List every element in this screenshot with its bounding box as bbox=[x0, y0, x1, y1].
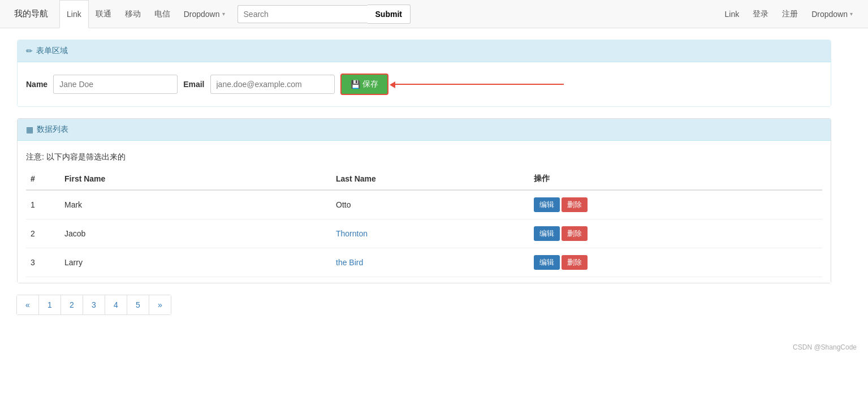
table-row: 3Larrythe Bird编辑删除 bbox=[26, 248, 822, 277]
form-panel-title: 表单区域 bbox=[36, 46, 68, 56]
cell-firstname: Larry bbox=[60, 248, 331, 277]
navbar: 我的导航 Link 联通 移动 电信 Dropdown ▾ Submit Lin… bbox=[0, 0, 868, 28]
nav-dropdown-label: Dropdown bbox=[184, 10, 220, 19]
arrow-annotation bbox=[394, 84, 564, 85]
nav-right-register[interactable]: 注册 bbox=[775, 0, 805, 28]
navbar-brand[interactable]: 我的导航 bbox=[8, 8, 54, 19]
page-prev[interactable]: « bbox=[16, 295, 39, 315]
col-header-firstname: First Name bbox=[60, 168, 331, 190]
table-panel-heading: ▦ 数据列表 bbox=[18, 119, 831, 141]
nav-right-dropdown-label: Dropdown bbox=[811, 10, 848, 19]
nav-item-label: 电信 bbox=[154, 9, 170, 19]
col-header-actions: 操作 bbox=[529, 168, 822, 190]
name-input[interactable] bbox=[53, 75, 178, 94]
cell-lastname: Thornton bbox=[331, 219, 529, 248]
save-button-label: 保存 bbox=[362, 79, 378, 89]
nav-right-login-label: 登录 bbox=[753, 9, 768, 19]
table-panel: ▦ 数据列表 注意: 以下内容是筛选出来的 # First Name Last … bbox=[17, 118, 831, 283]
nav-item-label: 移动 bbox=[125, 9, 141, 19]
navbar-search: Submit bbox=[237, 5, 411, 24]
cell-num: 3 bbox=[26, 248, 60, 277]
save-button-area: 💾 保存 bbox=[340, 74, 564, 95]
nav-right-register-label: 注册 bbox=[782, 9, 798, 19]
nav-item-label: 联通 bbox=[96, 9, 111, 19]
cell-lastname: the Bird bbox=[331, 248, 529, 277]
watermark-text: CSDN @ShangCode bbox=[793, 343, 857, 351]
pagination-list: « 1 2 3 4 5 » bbox=[17, 295, 171, 315]
page-2[interactable]: 2 bbox=[61, 295, 83, 315]
page-2-link[interactable]: 2 bbox=[61, 295, 83, 314]
page-3-link[interactable]: 3 bbox=[83, 295, 105, 314]
form-panel-body: Name Email 💾 保存 bbox=[18, 62, 831, 106]
page-next[interactable]: » bbox=[149, 295, 171, 315]
table-panel-title: 数据列表 bbox=[37, 124, 68, 135]
navbar-right: Link 登录 注册 Dropdown ▾ bbox=[718, 0, 860, 28]
nav-item-liantong[interactable]: 联通 bbox=[89, 0, 118, 28]
table-icon: ▦ bbox=[26, 125, 33, 134]
cell-num: 1 bbox=[26, 190, 60, 219]
chevron-down-icon: ▾ bbox=[850, 11, 853, 17]
nav-item-label: Link bbox=[67, 10, 81, 19]
cell-actions: 编辑删除 bbox=[529, 190, 822, 219]
page-5[interactable]: 5 bbox=[127, 295, 149, 315]
email-label: Email bbox=[183, 80, 204, 89]
submit-button[interactable]: Submit bbox=[368, 5, 411, 24]
table-panel-body: 注意: 以下内容是筛选出来的 # First Name Last Name 操作… bbox=[18, 141, 831, 283]
notice-text: 注意: 以下内容是筛选出来的 bbox=[26, 146, 822, 168]
pencil-icon: ✏ bbox=[26, 46, 33, 55]
col-header-num: # bbox=[26, 168, 60, 190]
pagination: « 1 2 3 4 5 » bbox=[17, 283, 831, 326]
nav-item-yidong[interactable]: 移动 bbox=[118, 0, 148, 28]
delete-button[interactable]: 删除 bbox=[562, 226, 588, 241]
page-4[interactable]: 4 bbox=[105, 295, 127, 315]
edit-button[interactable]: 编辑 bbox=[534, 255, 560, 270]
nav-item-link1[interactable]: Link bbox=[59, 0, 89, 28]
email-input[interactable] bbox=[210, 75, 335, 94]
edit-button[interactable]: 编辑 bbox=[534, 226, 560, 241]
save-icon: 💾 bbox=[351, 80, 360, 89]
next-icon[interactable]: » bbox=[149, 295, 171, 314]
page-5-link[interactable]: 5 bbox=[127, 295, 149, 314]
form-panel-heading: ✏ 表单区域 bbox=[18, 40, 831, 62]
cell-actions: 编辑删除 bbox=[529, 219, 822, 248]
col-header-lastname: Last Name bbox=[331, 168, 529, 190]
name-label: Name bbox=[26, 80, 47, 89]
page-3[interactable]: 3 bbox=[83, 295, 105, 315]
cell-num: 2 bbox=[26, 219, 60, 248]
nav-right-link[interactable]: Link bbox=[718, 0, 746, 28]
search-input[interactable] bbox=[237, 5, 368, 23]
table-row: 1MarkOtto编辑删除 bbox=[26, 190, 822, 219]
nav-right-link-label: Link bbox=[724, 10, 739, 19]
table-row: 2JacobThornton编辑删除 bbox=[26, 219, 822, 248]
edit-button[interactable]: 编辑 bbox=[534, 197, 560, 212]
nav-item-dropdown1[interactable]: Dropdown ▾ bbox=[177, 0, 232, 28]
watermark: CSDN @ShangCode bbox=[0, 338, 868, 357]
cell-lastname: Otto bbox=[331, 190, 529, 219]
cell-actions: 编辑删除 bbox=[529, 248, 822, 277]
data-table: # First Name Last Name 操作 1MarkOtto编辑删除2… bbox=[26, 168, 822, 277]
delete-button[interactable]: 删除 bbox=[562, 197, 588, 212]
nav-right-dropdown[interactable]: Dropdown ▾ bbox=[805, 0, 860, 28]
form-inline: Name Email 💾 保存 bbox=[26, 74, 822, 95]
nav-right-login[interactable]: 登录 bbox=[746, 0, 775, 28]
main-content: ✏ 表单区域 Name Email 💾 保存 ▦ bbox=[0, 28, 848, 338]
page-1[interactable]: 1 bbox=[38, 295, 61, 315]
cell-firstname: Jacob bbox=[60, 219, 331, 248]
page-4-link[interactable]: 4 bbox=[105, 295, 127, 314]
cell-firstname: Mark bbox=[60, 190, 331, 219]
nav-item-dianxin[interactable]: 电信 bbox=[148, 0, 177, 28]
prev-icon[interactable]: « bbox=[17, 295, 38, 314]
save-button[interactable]: 💾 保存 bbox=[340, 74, 388, 95]
chevron-down-icon: ▾ bbox=[222, 11, 225, 17]
delete-button[interactable]: 删除 bbox=[562, 255, 588, 270]
form-panel: ✏ 表单区域 Name Email 💾 保存 bbox=[17, 40, 831, 107]
page-1-link[interactable]: 1 bbox=[39, 295, 61, 314]
